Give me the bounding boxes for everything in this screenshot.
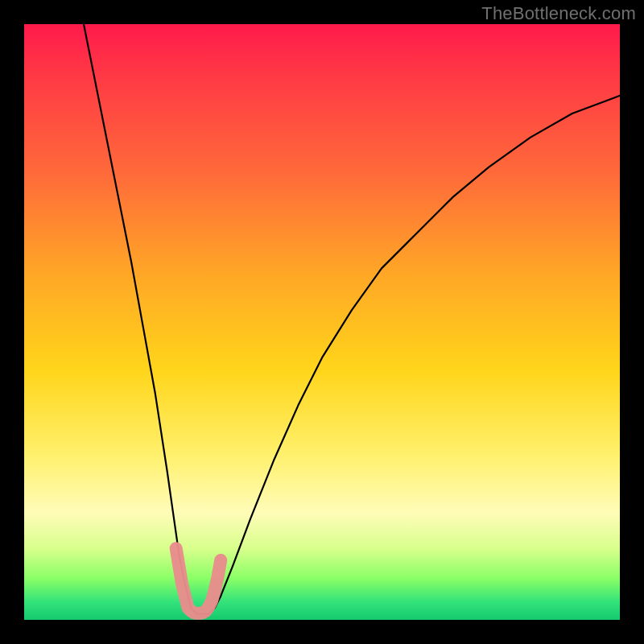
plot-area bbox=[24, 24, 620, 620]
watermark-text: TheBottleneck.com bbox=[481, 3, 636, 24]
bottleneck-curve-path bbox=[84, 24, 620, 614]
zero-band-path bbox=[176, 548, 221, 613]
chart-frame: TheBottleneck.com bbox=[0, 0, 644, 644]
curve-svg bbox=[24, 24, 620, 620]
